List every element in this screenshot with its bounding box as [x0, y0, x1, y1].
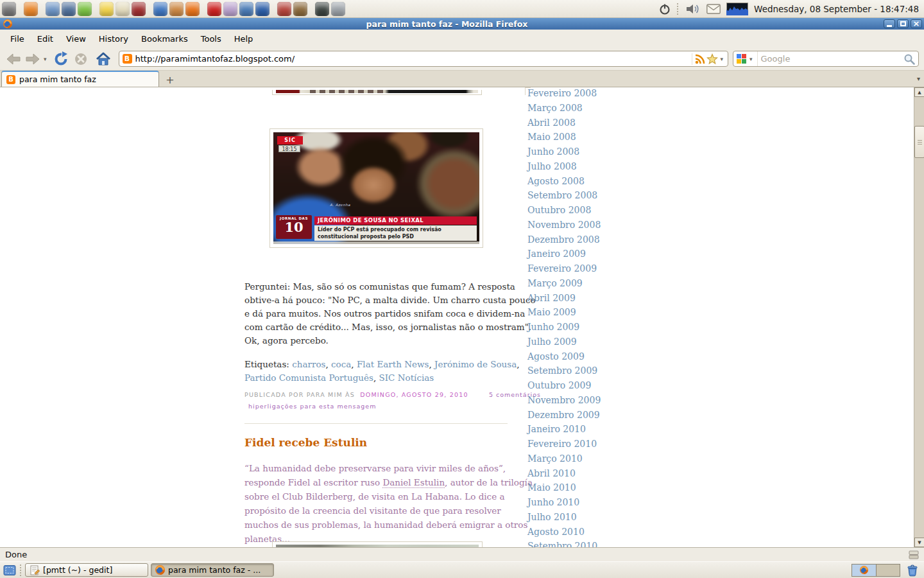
- vertical-scrollbar[interactable]: ▲ ▼: [914, 87, 924, 547]
- archive-month-link[interactable]: Janeiro 2010: [527, 424, 586, 434]
- menu-item[interactable]: Bookmarks: [135, 31, 194, 46]
- post-image-clipped-top[interactable]: [272, 90, 482, 95]
- back-button[interactable]: [5, 53, 22, 66]
- search-engine-selector[interactable]: ▾: [733, 51, 758, 66]
- red-x-icon[interactable]: [207, 2, 221, 16]
- thunderbird-icon[interactable]: [239, 2, 253, 16]
- location-bar[interactable]: B ▾: [119, 51, 728, 67]
- window-titlebar[interactable]: para mim tanto faz - Mozilla Firefox ×: [0, 18, 924, 30]
- stop-button[interactable]: [74, 52, 88, 66]
- terminal-icon[interactable]: [315, 2, 329, 16]
- post2-image-clipped-bottom[interactable]: [272, 541, 483, 547]
- media-play-icon[interactable]: [78, 2, 92, 16]
- forward-button[interactable]: [24, 53, 41, 66]
- sticky-note-icon[interactable]: [99, 2, 114, 16]
- show-desktop-button[interactable]: [3, 565, 16, 576]
- archive-month-link[interactable]: Maio 2008: [527, 132, 576, 142]
- tab-list-dropdown-icon[interactable]: ▾: [917, 75, 920, 82]
- floppy-stack-icon[interactable]: [331, 2, 345, 16]
- archive-month-link[interactable]: Outubro 2009: [527, 380, 591, 390]
- url-input[interactable]: [135, 54, 692, 64]
- post-title-link[interactable]: Fidel recebe Estulin: [244, 436, 367, 449]
- reload-button[interactable]: [53, 51, 69, 67]
- taskbar-button-firefox[interactable]: para mim tanto faz - ...: [151, 563, 274, 577]
- fox-animal-icon[interactable]: [169, 2, 184, 16]
- scrollbar-thumb[interactable]: [914, 126, 924, 158]
- label-link[interactable]: Flat Earth News: [357, 359, 429, 369]
- webcam-video-icon[interactable]: [46, 2, 60, 16]
- archive-month-link[interactable]: Abril 2009: [527, 293, 576, 303]
- system-monitor-applet[interactable]: [726, 3, 748, 15]
- label-link[interactable]: Partido Comunista Português: [244, 372, 373, 383]
- archive-month-link[interactable]: Novembro 2008: [527, 220, 601, 230]
- backlinks-link[interactable]: hiperligações para esta mensagem: [248, 403, 376, 410]
- archive-month-link[interactable]: Março 2009: [527, 278, 583, 288]
- gnome-foot-icon[interactable]: [2, 2, 16, 16]
- daniel-estulin-link[interactable]: Daniel Estulin: [382, 477, 445, 488]
- rss-feed-icon[interactable]: [694, 53, 706, 65]
- archive-month-link[interactable]: Agosto 2008: [527, 176, 585, 186]
- pidgin-bird-icon[interactable]: [223, 2, 237, 16]
- archive-month-link[interactable]: Maio 2009: [527, 307, 576, 317]
- archive-month-link[interactable]: Janeiro 2009: [527, 249, 586, 259]
- archive-month-link[interactable]: Fevereiro 2008: [527, 88, 597, 98]
- archive-month-link[interactable]: Abril 2008: [527, 118, 576, 128]
- search-magnifier-icon[interactable]: [903, 53, 915, 65]
- post-image-tv-still[interactable]: SIC 18:15 A. Azenha JORNAL DAS 10 JERÓNI…: [270, 128, 483, 248]
- label-link[interactable]: charros: [292, 359, 325, 369]
- archive-month-link[interactable]: Agosto 2010: [527, 527, 585, 537]
- notepad-pencil-icon[interactable]: [116, 2, 130, 16]
- tab-para-mim-tanto-faz[interactable]: B para mim tanto faz: [1, 71, 159, 87]
- archive-month-link[interactable]: Julho 2010: [527, 512, 577, 522]
- search-input[interactable]: [758, 54, 903, 64]
- workspace-1[interactable]: [852, 565, 876, 576]
- menu-item[interactable]: File: [4, 31, 31, 46]
- archive-month-link[interactable]: Setembro 2010: [527, 541, 597, 547]
- bookmark-star-icon[interactable]: [706, 53, 718, 65]
- workspace-2[interactable]: [876, 565, 900, 576]
- archive-month-link[interactable]: Março 2008: [527, 103, 583, 113]
- movie-editor-icon[interactable]: [62, 2, 76, 16]
- archive-month-link[interactable]: Dezembro 2009: [527, 410, 600, 420]
- menu-item[interactable]: View: [60, 31, 92, 46]
- search-engine-dropdown-icon[interactable]: ▾: [748, 56, 754, 62]
- archive-month-link[interactable]: Novembro 2009: [527, 395, 601, 405]
- archive-month-link[interactable]: Julho 2009: [527, 337, 577, 347]
- volume-icon[interactable]: [685, 3, 701, 15]
- search-bar[interactable]: ▾: [733, 51, 919, 67]
- archive-month-link[interactable]: Fevereiro 2010: [527, 439, 597, 449]
- panel-clock[interactable]: Wednesday, 08 September - 18:47:48: [754, 4, 919, 14]
- archive-month-link[interactable]: Outubro 2008: [527, 205, 591, 215]
- taskbar-button-gedit[interactable]: [pmtt (~) - gedit]: [25, 563, 148, 577]
- package-icon[interactable]: [277, 2, 291, 16]
- menu-item[interactable]: Tools: [194, 31, 228, 46]
- label-link[interactable]: Jerónimo de Sousa: [434, 359, 517, 369]
- trash-icon[interactable]: [906, 564, 919, 577]
- mail-envelope-icon[interactable]: [706, 4, 721, 14]
- menu-item[interactable]: Help: [228, 31, 260, 46]
- close-button[interactable]: ×: [911, 19, 922, 28]
- menu-item[interactable]: Edit: [31, 31, 60, 46]
- minimize-button[interactable]: [884, 19, 895, 28]
- home-button[interactable]: [96, 52, 111, 66]
- menu-item[interactable]: History: [92, 31, 135, 46]
- location-dropdown-icon[interactable]: ▾: [719, 56, 724, 62]
- archive-month-link[interactable]: Setembro 2009: [527, 365, 597, 376]
- archive-month-link[interactable]: Junho 2010: [527, 497, 579, 507]
- label-link[interactable]: SIC Notícias: [379, 372, 434, 383]
- archive-month-link[interactable]: Março 2010: [527, 453, 583, 464]
- power-icon[interactable]: [658, 3, 671, 15]
- archive-month-link[interactable]: Junho 2008: [527, 146, 579, 157]
- new-tab-button[interactable]: +: [162, 73, 178, 87]
- blue-globe-icon[interactable]: [255, 2, 270, 16]
- vlc-cone-icon[interactable]: [185, 2, 200, 16]
- archive-month-link[interactable]: Julho 2008: [527, 161, 577, 171]
- dictionary-icon[interactable]: [132, 2, 146, 16]
- water-drop-icon[interactable]: [153, 2, 167, 16]
- archive-month-link[interactable]: Dezembro 2008: [527, 234, 600, 245]
- post-date-link[interactable]: DOMINGO, AGOSTO 29, 2010: [360, 391, 468, 398]
- archive-month-link[interactable]: Junho 2009: [527, 322, 579, 332]
- archive-month-link[interactable]: Fevereiro 2009: [527, 263, 597, 274]
- statusbar-extension-icon[interactable]: [909, 550, 919, 559]
- archive-month-link[interactable]: Setembro 2008: [527, 190, 597, 200]
